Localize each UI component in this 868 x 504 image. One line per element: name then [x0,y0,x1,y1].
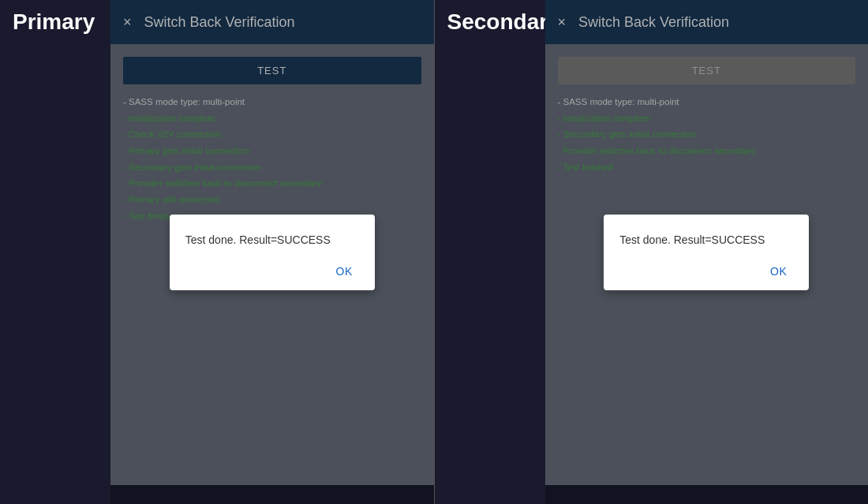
primary-modal-overlay: Test done. Result=SUCCESS OK [110,0,434,504]
secondary-screen: × Switch Back Verification TEST - SASS m… [545,0,869,504]
secondary-panel: Secondary × Switch Back Verification TES… [435,0,869,504]
primary-screen: × Switch Back Verification TEST - SASS m… [110,0,434,504]
primary-label-text: Primary [13,9,95,35]
primary-label: Primary [0,0,110,504]
primary-ok-button[interactable]: OK [330,262,359,281]
secondary-modal-message: Test done. Result=SUCCESS [619,233,793,246]
primary-panel: Primary × Switch Back Verification TEST … [0,0,434,504]
primary-modal-dialog: Test done. Result=SUCCESS OK [170,215,375,290]
secondary-ok-button[interactable]: OK [764,262,793,281]
secondary-modal-dialog: Test done. Result=SUCCESS OK [604,215,809,290]
secondary-label: Secondary [435,0,545,504]
secondary-label-text: Secondary [447,9,560,35]
secondary-modal-actions: OK [619,262,793,281]
primary-modal-actions: OK [185,262,359,281]
primary-modal-message: Test done. Result=SUCCESS [185,233,359,246]
secondary-modal-overlay: Test done. Result=SUCCESS OK [545,0,869,504]
